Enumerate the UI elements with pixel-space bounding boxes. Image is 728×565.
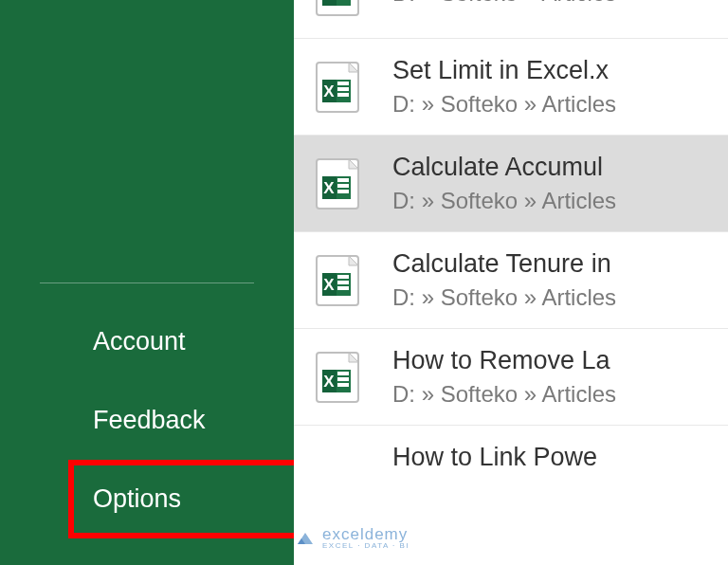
- svg-rect-13: [337, 93, 349, 97]
- svg-rect-18: [337, 178, 349, 182]
- file-text: D: » Softeko » Articles: [392, 0, 616, 7]
- svg-text:X: X: [323, 373, 335, 391]
- file-path: D: » Softeko » Articles: [392, 91, 616, 118]
- svg-rect-11: [337, 82, 349, 85]
- excel-file-icon: X: [307, 347, 368, 408]
- file-title: Calculate Accumul: [392, 153, 616, 182]
- watermark-icon: [294, 527, 317, 550]
- svg-text:X: X: [323, 276, 335, 294]
- svg-text:X: X: [323, 179, 335, 197]
- watermark: exceldemy EXCEL · DATA · BI: [294, 526, 410, 550]
- menu-label: Account: [93, 327, 186, 355]
- svg-rect-20: [337, 190, 349, 193]
- file-title: How to Remove La: [392, 346, 616, 375]
- svg-rect-34: [337, 383, 349, 387]
- watermark-tag: EXCEL · DATA · BI: [322, 542, 410, 550]
- excel-file-icon: X: [307, 250, 368, 311]
- file-row[interactable]: X How to Remove La D: » Softeko » Articl…: [294, 329, 728, 426]
- svg-rect-25: [337, 275, 349, 279]
- file-text: How to Remove La D: » Softeko » Articles: [392, 346, 616, 408]
- svg-rect-32: [337, 372, 349, 375]
- watermark-name: exceldemy: [322, 526, 410, 542]
- file-row[interactable]: X Set Limit in Excel.x D: » Softeko » Ar…: [294, 39, 728, 136]
- file-path: D: » Softeko » Articles: [392, 381, 616, 408]
- menu-feedback[interactable]: Feedback: [0, 381, 294, 460]
- svg-rect-19: [337, 184, 349, 188]
- svg-rect-12: [337, 87, 349, 91]
- file-path: D: » Softeko » Articles: [392, 0, 616, 7]
- excel-file-icon: X: [307, 154, 368, 214]
- file-row[interactable]: X Calculate Accumul D: » Softeko » Artic…: [294, 136, 728, 232]
- menu-label: Feedback: [93, 406, 206, 434]
- recent-files-panel: X D: » Softeko » Articles X: [294, 0, 728, 565]
- svg-rect-33: [337, 377, 349, 381]
- file-title: Set Limit in Excel.x: [392, 56, 616, 85]
- menu-label: Options: [93, 484, 181, 513]
- file-title: How to Link Powe: [392, 443, 597, 472]
- svg-text:X: X: [323, 82, 335, 100]
- excel-file-icon: X: [307, 57, 368, 118]
- file-path: D: » Softeko » Articles: [392, 284, 616, 311]
- backstage-sidebar: Account Feedback Options: [0, 0, 294, 565]
- file-text: How to Link Powe: [392, 443, 597, 472]
- menu-account[interactable]: Account: [0, 302, 294, 381]
- file-text: Set Limit in Excel.x D: » Softeko » Arti…: [392, 56, 616, 118]
- file-text: Calculate Tenure in D: » Softeko » Artic…: [392, 249, 616, 311]
- sidebar-divider: [40, 282, 254, 283]
- file-row[interactable]: How to Link Powe: [294, 426, 728, 489]
- file-title: Calculate Tenure in: [392, 249, 616, 279]
- excel-file-icon: X: [307, 0, 368, 21]
- file-path: D: » Softeko » Articles: [392, 188, 616, 214]
- menu-options[interactable]: Options: [68, 460, 300, 538]
- svg-rect-27: [337, 286, 349, 290]
- file-text: Calculate Accumul D: » Softeko » Article…: [392, 153, 616, 214]
- svg-rect-26: [337, 281, 349, 284]
- file-row[interactable]: X Calculate Tenure in D: » Softeko » Art…: [294, 232, 728, 329]
- file-row[interactable]: X D: » Softeko » Articles: [294, 0, 728, 39]
- svg-text:X: X: [323, 0, 335, 4]
